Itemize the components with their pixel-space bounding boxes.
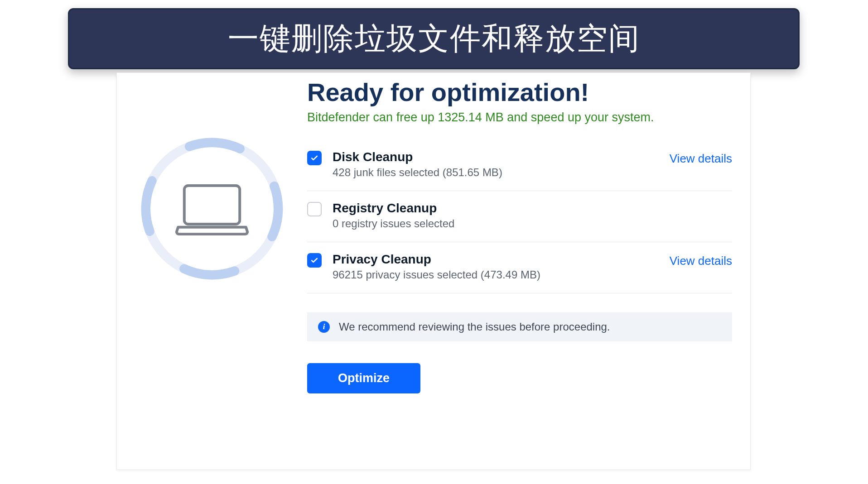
cleanup-item-privacy: Privacy Cleanup 96215 privacy issues sel… [307,242,732,293]
optimization-panel: Ready for optimization! Bitdefender can … [116,72,751,470]
info-text: We recommend reviewing the issues before… [339,321,610,333]
optimize-button[interactable]: Optimize [307,363,420,393]
content-column: Ready for optimization! Bitdefender can … [307,73,750,470]
checkbox-registry-cleanup[interactable] [307,202,322,216]
item-title: Registry Cleanup [333,201,732,216]
cleanup-item-disk: Disk Cleanup 428 junk files selected (85… [307,140,732,191]
cleanup-item-registry: Registry Cleanup 0 registry issues selec… [307,191,732,242]
item-title: Privacy Cleanup [333,252,670,267]
item-subtitle: 428 junk files selected (851.65 MB) [333,166,670,179]
checkbox-disk-cleanup[interactable] [307,151,322,165]
top-banner: 一键删除垃圾文件和释放空间 [68,8,800,69]
item-title: Disk Cleanup [333,150,670,164]
headline: Ready for optimization! [307,77,732,107]
view-details-link[interactable]: View details [670,152,732,166]
item-subtitle: 0 registry issues selected [333,217,732,230]
info-strip: i We recommend reviewing the issues befo… [307,312,732,341]
svg-point-0 [146,143,278,275]
svg-rect-1 [184,186,240,224]
illustration-column [117,73,307,470]
view-details-link[interactable]: View details [670,254,732,268]
info-icon: i [318,321,330,333]
laptop-ring-icon [135,132,289,286]
subheadline: Bitdefender can free up 1325.14 MB and s… [307,110,732,125]
checkbox-privacy-cleanup[interactable] [307,253,322,268]
item-subtitle: 96215 privacy issues selected (473.49 MB… [333,268,670,281]
banner-title: 一键删除垃圾文件和释放空间 [228,18,640,59]
